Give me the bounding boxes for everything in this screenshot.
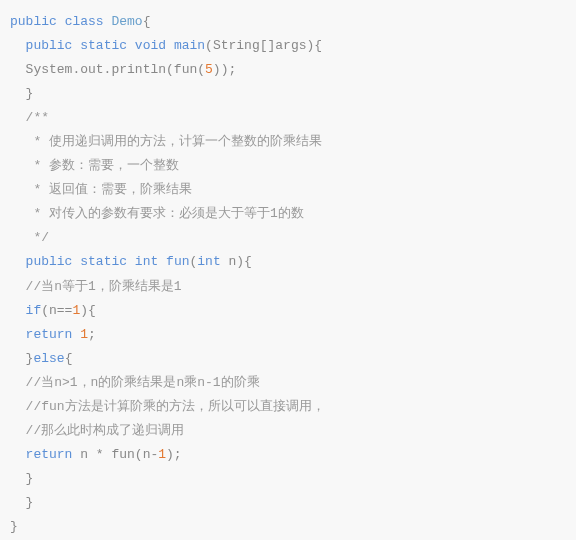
keyword-return: return <box>26 447 73 462</box>
comment-line: //当n>1，n的阶乘结果是n乘n-1的阶乘 <box>10 371 566 395</box>
expression: n * fun(n- <box>72 447 158 462</box>
keyword-public: public <box>26 38 73 53</box>
javadoc-end: */ <box>26 230 49 245</box>
comment-text: //那么此时构成了递归调用 <box>26 423 185 438</box>
number-literal: 1 <box>158 447 166 462</box>
javadoc-start: /** <box>26 110 49 125</box>
javadoc-text: * 返回值：需要，阶乘结果 <box>26 182 192 197</box>
code-block: public class Demo{ public static void ma… <box>10 10 566 539</box>
code-line: } <box>10 491 566 515</box>
keyword-else: else <box>33 351 64 366</box>
javadoc-text: * 对传入的参数有要求：必须是大于等于1的数 <box>26 206 304 221</box>
comment-line: * 使用递归调用的方法，计算一个整数的阶乘结果 <box>10 130 566 154</box>
condition: (n== <box>41 303 72 318</box>
keyword-public: public <box>26 254 73 269</box>
keyword-int: int <box>197 254 220 269</box>
comment-line: * 对传入的参数有要求：必须是大于等于1的数 <box>10 202 566 226</box>
comment-text: //fun方法是计算阶乘的方法，所以可以直接调用， <box>26 399 325 414</box>
number-literal: 5 <box>205 62 213 77</box>
brace: { <box>143 14 151 29</box>
code-line: public static void main(String[]args){ <box>10 34 566 58</box>
code-line: } <box>10 82 566 106</box>
code-line: System.out.println(fun(5)); <box>10 58 566 82</box>
comment-text: //当n等于1，阶乘结果是1 <box>26 279 182 294</box>
method-main: main <box>174 38 205 53</box>
code-line: } <box>10 467 566 491</box>
method-fun: fun <box>166 254 189 269</box>
keyword-class: class <box>65 14 104 29</box>
code-line: if(n==1){ <box>10 299 566 323</box>
code-line: return n * fun(n-1); <box>10 443 566 467</box>
keyword-int: int <box>135 254 158 269</box>
comment-line: * 参数：需要，一个整数 <box>10 154 566 178</box>
code-line: return 1; <box>10 323 566 347</box>
comment-line: * 返回值：需要，阶乘结果 <box>10 178 566 202</box>
method-sig: (String[]args){ <box>205 38 322 53</box>
code-line: } <box>10 515 566 539</box>
keyword-public: public <box>10 14 57 29</box>
comment-line: //当n等于1，阶乘结果是1 <box>10 275 566 299</box>
number-literal: 1 <box>80 327 88 342</box>
keyword-return: return <box>26 327 73 342</box>
call-end: )); <box>213 62 236 77</box>
brace: } <box>26 471 34 486</box>
code-line: public class Demo{ <box>10 10 566 34</box>
code-line: public static int fun(int n){ <box>10 250 566 274</box>
brace: } <box>26 86 34 101</box>
class-name: Demo <box>111 14 142 29</box>
call-text: System.out.println(fun( <box>26 62 205 77</box>
comment-text: //当n>1，n的阶乘结果是n乘n-1的阶乘 <box>26 375 260 390</box>
keyword-static: static <box>80 38 127 53</box>
javadoc-text: * 使用递归调用的方法，计算一个整数的阶乘结果 <box>26 134 322 149</box>
comment-line: */ <box>10 226 566 250</box>
semicolon: ; <box>88 327 96 342</box>
call-end: ); <box>166 447 182 462</box>
javadoc-text: * 参数：需要，一个整数 <box>26 158 179 173</box>
keyword-void: void <box>135 38 166 53</box>
brace: { <box>65 351 73 366</box>
comment-line: //fun方法是计算阶乘的方法，所以可以直接调用， <box>10 395 566 419</box>
comment-line: /** <box>10 106 566 130</box>
comment-line: //那么此时构成了递归调用 <box>10 419 566 443</box>
brace: ){ <box>80 303 96 318</box>
keyword-if: if <box>26 303 42 318</box>
keyword-static: static <box>80 254 127 269</box>
brace: } <box>26 495 34 510</box>
method-sig: n){ <box>221 254 252 269</box>
code-line: }else{ <box>10 347 566 371</box>
brace: } <box>10 519 18 534</box>
